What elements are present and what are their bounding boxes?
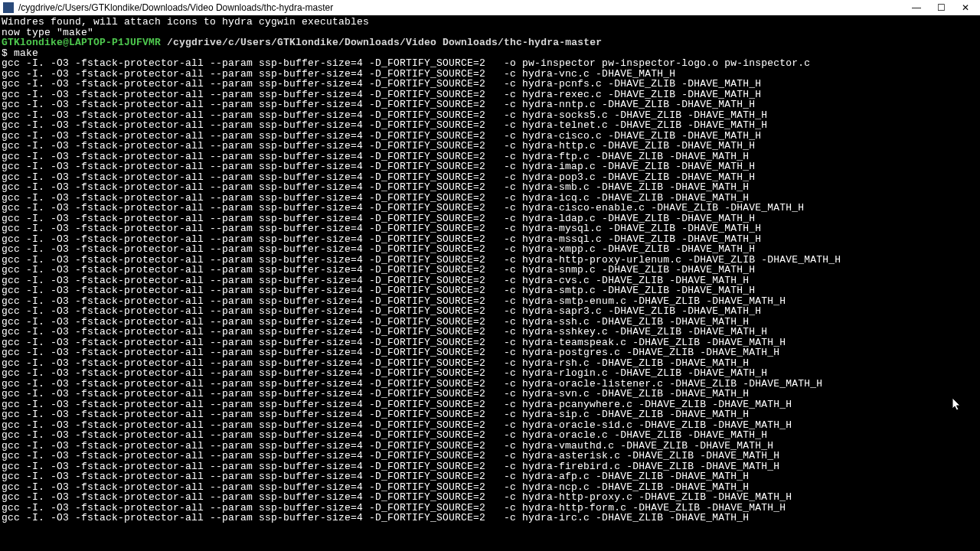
- terminal-line: gcc -I. -O3 -fstack-protector-all --para…: [2, 317, 978, 328]
- terminal-line: gcc -I. -O3 -fstack-protector-all --para…: [2, 214, 978, 224]
- terminal-line: gcc -I. -O3 -fstack-protector-all --para…: [2, 152, 978, 162]
- terminal-line: gcc -I. -O3 -fstack-protector-all --para…: [2, 110, 978, 121]
- terminal-line: gcc -I. -O3 -fstack-protector-all --para…: [2, 131, 978, 142]
- terminal-line: gcc -I. -O3 -fstack-protector-all --para…: [2, 327, 978, 337]
- terminal-line: gcc -I. -O3 -fstack-protector-all --para…: [2, 337, 978, 348]
- terminal-line: gcc -I. -O3 -fstack-protector-all --para…: [2, 471, 978, 482]
- terminal-line: gcc -I. -O3 -fstack-protector-all --para…: [2, 58, 978, 69]
- terminal-line: gcc -I. -O3 -fstack-protector-all --para…: [2, 69, 978, 80]
- terminal-output[interactable]: Windres found, will attach icons to hydr…: [0, 15, 980, 525]
- terminal-line: gcc -I. -O3 -fstack-protector-all --para…: [2, 358, 978, 369]
- terminal-line: gcc -I. -O3 -fstack-protector-all --para…: [2, 347, 978, 358]
- terminal-line: gcc -I. -O3 -fstack-protector-all --para…: [2, 223, 978, 234]
- terminal-line: gcc -I. -O3 -fstack-protector-all --para…: [2, 409, 978, 420]
- terminal-line: gcc -I. -O3 -fstack-protector-all --para…: [2, 265, 978, 276]
- terminal-line: gcc -I. -O3 -fstack-protector-all --para…: [2, 182, 978, 193]
- window-title: /cygdrive/c/Users/GTKlondike/Downloads/V…: [18, 2, 911, 13]
- close-button[interactable]: ✕: [960, 2, 971, 13]
- terminal-line: gcc -I. -O3 -fstack-protector-all --para…: [2, 285, 978, 296]
- terminal-line: gcc -I. -O3 -fstack-protector-all --para…: [2, 368, 978, 379]
- terminal-line: GTKlondike@LAPTOP-P1JUFVMR /cygdrive/c/U…: [2, 37, 978, 48]
- terminal-line: gcc -I. -O3 -fstack-protector-all --para…: [2, 389, 978, 399]
- terminal-line: gcc -I. -O3 -fstack-protector-all --para…: [2, 141, 978, 152]
- terminal-line: gcc -I. -O3 -fstack-protector-all --para…: [2, 420, 978, 431]
- terminal-line: gcc -I. -O3 -fstack-protector-all --para…: [2, 430, 978, 441]
- prompt-path: /cygdrive/c/Users/GTKlondike/Downloads/V…: [161, 37, 602, 48]
- window-titlebar: /cygdrive/c/Users/GTKlondike/Downloads/V…: [0, 0, 980, 15]
- terminal-line: gcc -I. -O3 -fstack-protector-all --para…: [2, 461, 978, 472]
- terminal-line: gcc -I. -O3 -fstack-protector-all --para…: [2, 513, 978, 523]
- terminal-line: gcc -I. -O3 -fstack-protector-all --para…: [2, 90, 978, 100]
- maximize-button[interactable]: ☐: [936, 2, 946, 13]
- terminal-line: Windres found, will attach icons to hydr…: [2, 17, 978, 28]
- terminal-line: gcc -I. -O3 -fstack-protector-all --para…: [2, 79, 978, 90]
- terminal-line: $ make: [2, 48, 978, 59]
- terminal-line: gcc -I. -O3 -fstack-protector-all --para…: [2, 441, 978, 452]
- terminal-line: gcc -I. -O3 -fstack-protector-all --para…: [2, 244, 978, 255]
- terminal-line: now type "make": [2, 28, 978, 38]
- terminal-line: gcc -I. -O3 -fstack-protector-all --para…: [2, 399, 978, 410]
- terminal-line: gcc -I. -O3 -fstack-protector-all --para…: [2, 203, 978, 214]
- terminal-line: gcc -I. -O3 -fstack-protector-all --para…: [2, 161, 978, 172]
- terminal-line: gcc -I. -O3 -fstack-protector-all --para…: [2, 234, 978, 245]
- terminal-line: gcc -I. -O3 -fstack-protector-all --para…: [2, 172, 978, 183]
- terminal-line: gcc -I. -O3 -fstack-protector-all --para…: [2, 379, 978, 390]
- terminal-line: gcc -I. -O3 -fstack-protector-all --para…: [2, 276, 978, 286]
- terminal-line: gcc -I. -O3 -fstack-protector-all --para…: [2, 306, 978, 317]
- window-controls: — ☐ ✕: [911, 2, 977, 13]
- prompt-user: GTKlondike@LAPTOP-P1JUFVMR: [2, 37, 161, 48]
- terminal-line: gcc -I. -O3 -fstack-protector-all --para…: [2, 482, 978, 493]
- terminal-line: gcc -I. -O3 -fstack-protector-all --para…: [2, 451, 978, 461]
- app-icon: [3, 2, 14, 13]
- terminal-line: gcc -I. -O3 -fstack-protector-all --para…: [2, 99, 978, 110]
- minimize-button[interactable]: —: [911, 2, 922, 13]
- terminal-line: gcc -I. -O3 -fstack-protector-all --para…: [2, 255, 978, 266]
- terminal-line: gcc -I. -O3 -fstack-protector-all --para…: [2, 503, 978, 514]
- terminal-line: gcc -I. -O3 -fstack-protector-all --para…: [2, 492, 978, 503]
- terminal-line: gcc -I. -O3 -fstack-protector-all --para…: [2, 193, 978, 204]
- terminal-line: gcc -I. -O3 -fstack-protector-all --para…: [2, 120, 978, 131]
- terminal-line: gcc -I. -O3 -fstack-protector-all --para…: [2, 296, 978, 307]
